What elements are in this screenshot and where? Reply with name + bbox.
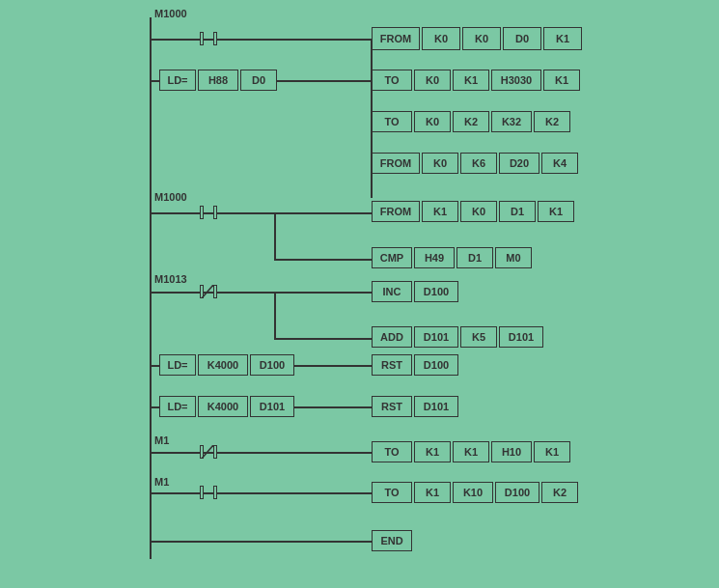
box-k1-1: K1 [543,27,582,50]
box-to-3: TO [372,441,412,462]
box-k1-2b: K1 [543,70,580,91]
box-k0-2a: K0 [414,70,451,91]
box-d101-8b: D101 [499,326,543,348]
wire-r12-m [204,492,213,494]
wire-r11-right [217,452,373,454]
v-branch-r7 [274,292,276,338]
box-k0-4a: K0 [422,153,458,174]
box-k4000-10: K4000 [198,396,248,417]
wire-r10-left [152,406,159,408]
wire-r1-m [204,39,213,41]
box-cmp: CMP [372,247,412,268]
box-h10: H10 [491,441,532,462]
wire-r2-mid [277,80,372,82]
ladder-diagram: M1000 FROM K0 K0 D0 K1 LD= H88 D0 TO K0 … [0,0,719,588]
box-k10: K10 [453,482,493,503]
box-d1-6: D1 [456,247,493,268]
wire-r11-left [152,452,200,454]
wire-r12-right [217,492,373,494]
box-d101-8a: D101 [414,326,458,348]
box-k6: K6 [460,153,497,174]
wire-r9-left [152,365,159,367]
box-k0-5b: K0 [460,201,497,222]
box-k0-1b: K0 [462,27,501,50]
box-k2-12: K2 [541,482,578,503]
box-k4000-9: K4000 [198,354,248,376]
box-k2-3a: K2 [453,111,489,132]
wire-r2-left [152,80,159,82]
box-to-4: TO [372,482,412,503]
box-inc: INC [372,281,412,302]
wire-r11-m [204,452,213,454]
wire-r7-left [152,292,200,294]
wire-r5-m [204,212,213,214]
box-d100-7: D100 [414,281,458,302]
box-h49: H49 [414,247,455,268]
box-d100-rst: D100 [414,354,458,376]
box-k1-12a: K1 [414,482,451,503]
box-from-1: FROM [372,27,420,50]
box-d0-2: D0 [240,70,277,91]
wire-r9-mid [294,365,373,367]
box-from-2: FROM [372,153,420,174]
label-m1-2: M1 [154,476,169,488]
box-end: END [372,530,412,551]
box-add: ADD [372,326,412,348]
wire-r1-left [152,39,200,41]
box-d101-rst: D101 [414,396,458,417]
box-d1-5: D1 [499,201,536,222]
box-k0-1a: K0 [422,27,460,50]
box-to-1: TO [372,70,412,91]
box-k5-8: K5 [460,326,497,348]
box-k1-11a: K1 [414,441,451,462]
box-rst-1: RST [372,354,412,376]
box-ld-3: LD= [159,396,196,417]
wire-r7-right [217,292,275,294]
box-k2-3b: K2 [534,111,570,132]
box-d20: D20 [499,153,539,174]
wire-r13 [152,541,373,543]
wire-r7-rinc [274,292,373,294]
box-k1-5b: K1 [538,201,574,222]
wire-r12-left [152,492,200,494]
box-k1-2a: K1 [453,70,489,91]
wire-r5-rfrom [274,212,373,214]
wire-r7-m [204,292,213,294]
box-d100-12: D100 [495,482,539,503]
box-d100-9: D100 [250,354,294,376]
box-k32: K32 [491,111,532,132]
wire-r5-left [152,212,200,214]
box-from-3: FROM [372,201,420,222]
box-m0: M0 [495,247,532,268]
label-m1013: M1013 [154,273,187,285]
wire-r5-right [217,212,275,214]
box-k1-11c: K1 [534,441,570,462]
wire-r1-right [217,39,372,41]
label-m1-1: M1 [154,434,169,446]
box-ld-1: LD= [159,70,196,91]
box-h88: H88 [198,70,238,91]
box-k1-5a: K1 [422,201,458,222]
label-m1000-2: M1000 [154,191,187,203]
label-m1000-1: M1000 [154,8,187,19]
box-k1-11b: K1 [453,441,489,462]
wire-r8 [274,338,373,340]
box-rst-2: RST [372,396,412,417]
box-k4: K4 [541,153,578,174]
v-branch-r5 [274,212,276,259]
box-d0-1: D0 [503,27,541,50]
wire-r10-mid [294,406,373,408]
box-k0-3a: K0 [414,111,451,132]
box-d101-10: D101 [250,396,294,417]
box-h3030: H3030 [491,70,541,91]
wire-r6 [274,259,373,261]
box-ld-2: LD= [159,354,196,376]
main-rail [150,17,152,559]
box-to-2: TO [372,111,412,132]
